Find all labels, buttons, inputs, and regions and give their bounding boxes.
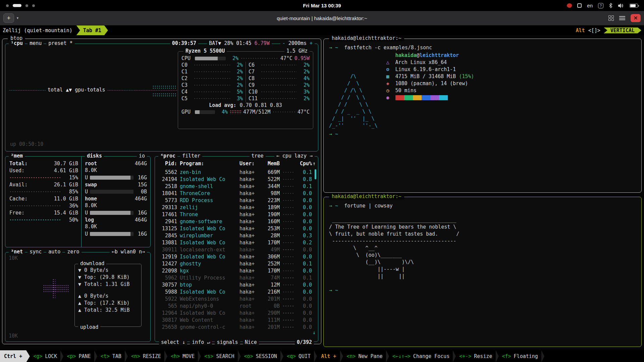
- keybind-hint[interactable]: <←↓↑→>Change Focus: [389, 350, 453, 362]
- process-row[interactable]: 29313 zellij haka+ 189M 0.0: [155, 204, 318, 211]
- header-user[interactable]: User:: [239, 161, 260, 167]
- scroll-up-icon[interactable]: ↑: [313, 161, 316, 167]
- keybind-hint[interactable]: <q>QUIT: [283, 350, 314, 362]
- preset-button[interactable]: preset *: [46, 40, 74, 46]
- tree-toggle[interactable]: tree: [250, 153, 266, 159]
- header-pid[interactable]: Pid:: [158, 161, 177, 167]
- process-row[interactable]: 22098 kgx haka+ 170M 0.0: [155, 267, 318, 274]
- layout-indicator[interactable]: VERTICAL: [604, 27, 641, 34]
- process-user: haka+: [239, 317, 260, 323]
- process-row[interactable]: 2518 gnome-shell haka+ 344M 0.1: [155, 183, 318, 190]
- process-row[interactable]: 12427 ghostty haka+ 252M 0.1: [155, 260, 318, 267]
- keybind-hint[interactable]: <+->Resize: [456, 350, 495, 362]
- process-row[interactable]: 30817 Web Content haka+ 111M 0.0: [155, 316, 318, 323]
- process-row[interactable]: 25658 gnome-control-c haka+ 201M 0.0: [155, 323, 318, 330]
- pane-btop[interactable]: btop ¹cpu menu preset * 00:39:57 BAT▼ 28…: [2, 39, 321, 344]
- process-mem: 170M: [262, 268, 280, 274]
- upload-stat: ▲ 0 Byte/s: [78, 293, 138, 300]
- process-row[interactable]: 30911 localsearch-ext haka+ 49M 0.0: [155, 246, 318, 253]
- process-row[interactable]: 30757 btop haka+ 12M 0.0: [155, 281, 318, 288]
- keybind-hint[interactable]: <o>SESSION: [241, 350, 280, 362]
- header-program[interactable]: Program:: [180, 161, 237, 167]
- new-tab-button[interactable]: +: [3, 13, 14, 23]
- keybind-key: <←↓↑→>: [392, 353, 411, 359]
- keybind-hint[interactable]: <s>SEARCH: [201, 350, 237, 362]
- process-user: haka+: [239, 190, 260, 196]
- process-row[interactable]: 12964 Isolated Web Co haka+ 290M 0.0: [155, 309, 318, 316]
- mem-stat-pct: 36%: [64, 203, 78, 209]
- logo-line: / / \ \: [329, 101, 378, 108]
- proc-footer-action[interactable]: select ↓: [159, 339, 187, 345]
- net-box-title[interactable]: ³net: [9, 249, 25, 255]
- process-row[interactable]: 565 napi/phy0-0 root 0B 0.0: [155, 302, 318, 309]
- filter-button[interactable]: filter: [180, 153, 202, 159]
- disk-name: home: [85, 196, 97, 202]
- disks-title[interactable]: disks: [85, 153, 104, 159]
- logo-line: / _| '' |_ \: [329, 115, 378, 122]
- menubar-clock[interactable]: Fri Mar 13 00:39: [303, 3, 341, 8]
- cpu-box-title[interactable]: ¹cpu: [9, 40, 25, 46]
- process-row[interactable]: 2845 wireplumber haka+ 28M 0.3: [155, 232, 318, 239]
- tab-overview-icon[interactable]: [608, 15, 614, 21]
- process-row[interactable]: 5773 RDD Process haka+ 223M 0.0: [155, 197, 318, 204]
- btop-net-box: ³net syncautozero ←b wlan0 n→ 10K 10K do…: [5, 252, 151, 342]
- net-toggle-button[interactable]: auto: [46, 249, 62, 255]
- close-button[interactable]: ✕: [631, 14, 641, 22]
- keybind-hint[interactable]: <n>RESIZE: [128, 350, 164, 362]
- pane-cowsay[interactable]: hakaida@leichttraktor:~ → ~ fortune | co…: [323, 197, 642, 347]
- keybind-hint[interactable]: <h>MOVE: [167, 350, 198, 362]
- core-name: C11: [249, 96, 259, 102]
- battery-status: BAT▼ 28% 01:45 6.79W: [207, 40, 272, 46]
- keybind-hint[interactable]: <f>Floating: [499, 350, 541, 362]
- process-name: napi/phy0-0: [180, 303, 237, 309]
- proc-footer-action[interactable]: Nice: [243, 339, 259, 345]
- tab-1[interactable]: Tab #1: [76, 25, 108, 35]
- keybind-label: SESSION: [256, 353, 277, 359]
- separator-arrow: [453, 350, 456, 362]
- process-row[interactable]: 12919 Isolated Web Co haka+ 306M 0.0: [155, 253, 318, 260]
- interval-plus-button[interactable]: +: [310, 40, 313, 46]
- process-row[interactable]: 5962 Utility Process haka+ 74M 0.1: [155, 274, 318, 281]
- volume-icon[interactable]: [618, 3, 624, 8]
- keybind-hint[interactable]: <p>PANE: [63, 350, 94, 362]
- proc-footer-action[interactable]: signals: [215, 339, 240, 345]
- disks-io-toggle[interactable]: io: [137, 153, 147, 159]
- input-language-indicator[interactable]: en: [587, 3, 593, 8]
- process-row[interactable]: 5562 zen-bin haka+ 669M 0.1: [155, 169, 318, 176]
- net-scale-top: 10K: [9, 255, 18, 261]
- process-row[interactable]: 2941 gnome-software haka+ 160M 0.0: [155, 218, 318, 225]
- graph-mode-selector[interactable]: total ▲▼ gpu-totals: [46, 87, 107, 93]
- screenshot-icon[interactable]: [577, 3, 582, 8]
- process-mem: 216M: [262, 289, 280, 295]
- menu-button[interactable]: menu: [28, 40, 44, 46]
- proc-footer-action[interactable]: info ↵: [190, 339, 212, 345]
- header-cpu[interactable]: Cpu%: [297, 161, 312, 167]
- net-toggle-button[interactable]: sync: [28, 249, 44, 255]
- net-toggle-button[interactable]: zero: [65, 249, 81, 255]
- help-icon[interactable]: ?: [598, 3, 603, 8]
- process-row[interactable]: 13081 Isolated Web Co haka+ 170M 0.2: [155, 239, 318, 246]
- interval-minus-button[interactable]: -: [282, 40, 285, 46]
- battery-icon[interactable]: [630, 4, 638, 8]
- keybind-hint[interactable]: <t>TAB: [97, 350, 125, 362]
- scroll-down-icon[interactable]: ↓: [313, 329, 316, 336]
- process-row[interactable]: 5988 Isolated Web Co haka+ 216M 0.0: [155, 288, 318, 295]
- process-row[interactable]: 24194 Isolated Web Co haka+ 522M 0.8: [155, 176, 318, 183]
- menu-icon[interactable]: [619, 16, 625, 20]
- process-row[interactable]: 13125 Isolated Web Co haka+ 253M 0.0: [155, 225, 318, 232]
- pane-fastfetch[interactable]: hakaida@leichttraktor:~ → ~ fastfetch -c…: [323, 39, 642, 193]
- mem-box-title[interactable]: ²mem: [9, 153, 25, 159]
- keybind-hint[interactable]: <g>LOCK: [30, 350, 60, 362]
- update-interval-control[interactable]: - 2000ms +: [280, 40, 315, 46]
- process-row[interactable]: 5922 WebExtensions haka+ 201M 0.0: [155, 295, 318, 302]
- proc-box-title[interactable]: ⁴proc: [158, 153, 177, 159]
- header-mem[interactable]: MemB: [262, 161, 280, 167]
- chevron-down-icon[interactable]: ▼: [16, 16, 19, 20]
- recording-indicator-icon[interactable]: [567, 3, 573, 8]
- process-row[interactable]: 18041 ThroneCore haka+ 98M 0.0: [155, 190, 318, 197]
- keybind-hint[interactable]: <n>New Pane: [343, 350, 386, 362]
- sort-selector[interactable]: ← cpu lazy →: [274, 153, 315, 159]
- net-interface-selector[interactable]: ←b wlan0 n→: [110, 249, 147, 255]
- bluetooth-icon[interactable]: [609, 3, 612, 8]
- process-row[interactable]: 17461 Throne haka+ 190M 0.0: [155, 211, 318, 218]
